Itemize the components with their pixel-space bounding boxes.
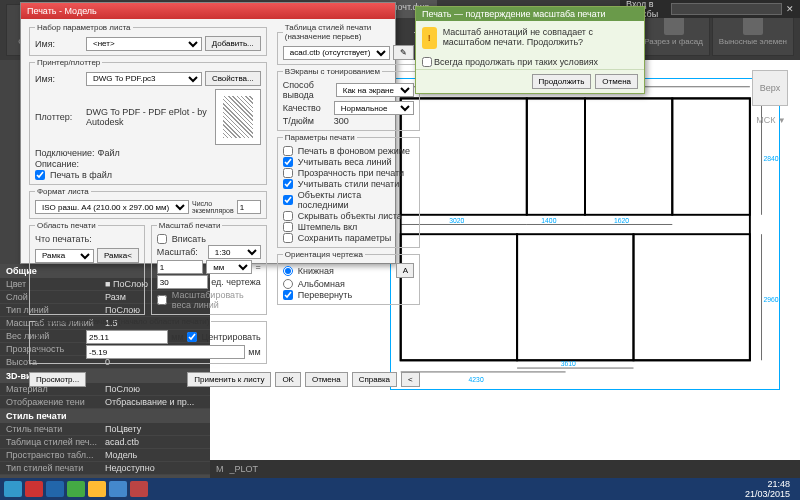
- svg-text:3020: 3020: [449, 217, 464, 224]
- confirm-message: Масштаб аннотаций не совпадает с масштаб…: [443, 27, 638, 49]
- plot-opt-check[interactable]: [283, 195, 293, 205]
- svg-rect-0: [401, 98, 750, 360]
- svg-text:2960: 2960: [763, 296, 778, 303]
- offset-x-input[interactable]: [86, 330, 168, 344]
- paper-group: Формат листа ISO разш. A4 (210.00 x 297.…: [29, 187, 267, 219]
- plot-opt-check[interactable]: [283, 233, 293, 243]
- section-plotstyle: Стиль печати: [0, 409, 210, 423]
- paper-preview: [215, 89, 261, 145]
- model-tab[interactable]: М: [216, 464, 224, 474]
- task-pdf-icon[interactable]: [130, 481, 148, 497]
- shade-mode-select[interactable]: Как на экране: [336, 83, 414, 97]
- close-icon[interactable]: ✕: [786, 4, 794, 14]
- nav-panel[interactable]: МСК ▼: [756, 115, 786, 125]
- plot-opt-check[interactable]: [283, 179, 293, 189]
- window-button[interactable]: Рамка<: [97, 248, 139, 263]
- paper-size-select[interactable]: ISO разш. A4 (210.00 x 297.00 мм): [35, 200, 189, 214]
- landscape-radio[interactable]: [283, 279, 293, 289]
- prop-row[interactable]: Стиль печатиПоЦвету: [0, 423, 210, 436]
- svg-text:2840: 2840: [763, 155, 778, 162]
- fit-check[interactable]: [157, 234, 167, 244]
- task-explorer-icon[interactable]: [88, 481, 106, 497]
- svg-text:4230: 4230: [469, 376, 484, 383]
- style-table-select[interactable]: acad.ctb (отсутствует): [283, 46, 390, 60]
- page-setup-group: Набор параметров листа Имя: <нет> Добави…: [29, 23, 267, 56]
- svg-rect-7: [633, 234, 749, 360]
- prop-row[interactable]: Пространство табл...Модель: [0, 449, 210, 462]
- scale-mm-input[interactable]: [157, 260, 203, 274]
- plot-area-group: Область печати Что печатать: Рамка Рамка…: [29, 221, 145, 315]
- scale-lw-check[interactable]: [157, 295, 167, 305]
- ok-button[interactable]: OK: [275, 372, 301, 387]
- task-chrome-icon[interactable]: [67, 481, 85, 497]
- task-ps-icon[interactable]: [46, 481, 64, 497]
- floor-plan: 2370 4230 2840 2960 3020 1400 1620 3610: [390, 78, 780, 390]
- cancel-button[interactable]: Отмена: [305, 372, 348, 387]
- svg-rect-3: [585, 98, 672, 214]
- preview-button[interactable]: Просмотр...: [29, 372, 86, 387]
- shade-group: ВЭкраны с тонированием Способ выводаКак …: [277, 67, 420, 131]
- scale-select[interactable]: 1:30: [208, 245, 261, 259]
- system-clock[interactable]: 21:4821/03/2015: [739, 479, 796, 499]
- task-autocad-icon[interactable]: [25, 481, 43, 497]
- plot-to-file-check[interactable]: [35, 170, 45, 180]
- plot-scale-group: Масштаб печати Вписать Масштаб:1:30 мм= …: [151, 221, 267, 315]
- scale-units-input[interactable]: [157, 275, 208, 289]
- prop-row[interactable]: Отображение тениОтбрасывание и пр...: [0, 396, 210, 409]
- plot-dialog: Печать - Модель Набор параметров листа И…: [20, 2, 396, 264]
- copies-input[interactable]: [237, 200, 261, 214]
- plot-opt-check[interactable]: [283, 211, 293, 221]
- warning-icon: !: [422, 27, 437, 49]
- login-search[interactable]: [671, 3, 782, 15]
- plot-opt-check[interactable]: [283, 146, 293, 156]
- svg-text:1620: 1620: [614, 217, 629, 224]
- upside-check[interactable]: [283, 290, 293, 300]
- printer-group: Принтер/плоттер Имя: DWG To PDF.pc3 Свой…: [29, 58, 267, 185]
- collapse-button[interactable]: <: [401, 372, 420, 387]
- orientation-group: Ориентация чертежа Книжная A Альбомная П…: [277, 250, 420, 305]
- portrait-radio[interactable]: [283, 266, 293, 276]
- shade-qual-select[interactable]: Нормальное: [334, 101, 414, 115]
- prop-row[interactable]: Таблица стилей печ...acad.ctb: [0, 436, 210, 449]
- plot-area-select[interactable]: Рамка: [35, 249, 94, 263]
- task-word-icon[interactable]: [109, 481, 127, 497]
- printer-props-button[interactable]: Свойства...: [205, 71, 261, 86]
- plot-options-group: Параметры печати Печать в фоновом режиме…: [277, 133, 420, 248]
- plot-dialog-title: Печать - Модель: [21, 3, 395, 19]
- windows-taskbar: 21:4821/03/2015: [0, 478, 800, 500]
- prop-row[interactable]: Тип стилей печатиНедоступно: [0, 462, 210, 475]
- offset-group: Смещение от начала (начало области печат…: [29, 317, 267, 364]
- svg-rect-4: [672, 98, 750, 214]
- printer-select[interactable]: DWG To PDF.pc3: [86, 72, 202, 86]
- style-table-group: Таблица стилей печати (назначение перьев…: [277, 23, 420, 65]
- style-table-edit[interactable]: ✎: [393, 45, 414, 60]
- status-bar: М _PLOT: [210, 460, 800, 478]
- svg-text:1400: 1400: [541, 217, 556, 224]
- view-cube[interactable]: Верх: [752, 70, 788, 106]
- plot-opt-check[interactable]: [283, 157, 293, 167]
- task-skype-icon[interactable]: [4, 481, 22, 497]
- svg-rect-6: [517, 234, 633, 360]
- add-button[interactable]: Добавить...: [205, 36, 261, 51]
- confirm-continue-button[interactable]: Продолжить: [532, 74, 592, 89]
- login-panel: Вход в службы ✕: [620, 0, 800, 18]
- center-check[interactable]: [187, 332, 197, 342]
- plot-opt-check[interactable]: [283, 168, 293, 178]
- plot-opt-check[interactable]: [283, 222, 293, 232]
- confirm-cancel-button[interactable]: Отмена: [595, 74, 638, 89]
- svg-rect-2: [527, 98, 585, 214]
- page-setup-select[interactable]: <нет>: [86, 37, 202, 51]
- always-continue-check[interactable]: [422, 57, 432, 67]
- apply-layout-button[interactable]: Применить к листу: [187, 372, 271, 387]
- help-button[interactable]: Справка: [352, 372, 397, 387]
- layout-tab[interactable]: _PLOT: [230, 464, 259, 474]
- confirm-dialog: Печать — подтверждение масштаба печати !…: [415, 6, 645, 94]
- orientation-icon: A: [396, 263, 414, 278]
- confirm-title: Печать — подтверждение масштаба печати: [416, 7, 644, 21]
- offset-y-input[interactable]: [86, 345, 245, 359]
- svg-text:3610: 3610: [561, 360, 576, 367]
